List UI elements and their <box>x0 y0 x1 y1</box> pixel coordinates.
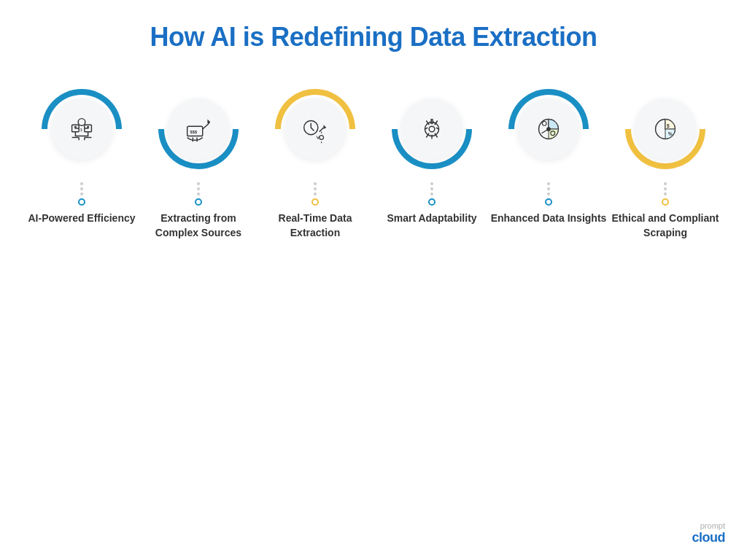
circle-ai-powered: $ <box>42 89 122 169</box>
smart-icon <box>415 112 449 146</box>
circle-extracting: $$$ <box>158 89 239 169</box>
svg-point-16 <box>320 136 324 140</box>
dot2 <box>314 187 317 190</box>
circle-ethical: $ % <box>625 89 705 169</box>
dot1 <box>197 182 200 185</box>
dot1 <box>80 182 83 185</box>
svg-text:$: $ <box>667 123 670 129</box>
dot3 <box>197 192 200 195</box>
circle-dot-smart <box>428 198 436 206</box>
dots-enhanced <box>547 182 550 195</box>
dots-realtime <box>314 182 317 195</box>
svg-point-2 <box>78 119 85 126</box>
dots-ethical <box>664 182 667 195</box>
icon-wrapper-smart <box>401 98 462 160</box>
logo: prompt cloud <box>692 521 726 545</box>
dot2 <box>80 187 83 190</box>
connector-ethical <box>662 182 669 206</box>
svg-point-24 <box>546 127 551 131</box>
dot2 <box>430 187 433 190</box>
connector-enhanced <box>545 182 552 206</box>
circle-dot-ai-powered <box>78 198 85 206</box>
dots-extracting <box>197 182 200 195</box>
circle-dot-ethical <box>662 198 669 206</box>
svg-text:%: % <box>668 131 673 136</box>
dot1 <box>547 182 550 185</box>
circle-dot-extracting <box>195 198 202 206</box>
label-extracting: Extracting from Complex Sources <box>140 211 257 240</box>
dot2 <box>197 187 200 190</box>
icon-wrapper-ethical: $ % <box>635 98 696 160</box>
item-enhanced: Enhanced Data Insights <box>490 89 607 226</box>
infographic-container: $ AI-Powered Efficiency <box>15 89 732 240</box>
connector-ai-powered <box>78 182 85 206</box>
item-ethical: $ % Ethical and Compliant Scraping <box>607 89 724 240</box>
extracting-icon: $$$ <box>182 112 215 146</box>
dot1 <box>430 182 433 185</box>
ai-efficiency-icon: $ <box>65 112 98 146</box>
circle-realtime <box>275 89 355 169</box>
ethical-icon: $ % <box>649 112 682 146</box>
dot3 <box>664 192 667 195</box>
svg-point-25 <box>542 121 546 125</box>
label-realtime: Real-Time Data Extraction <box>257 211 374 240</box>
dot1 <box>314 182 317 185</box>
icon-wrapper-ai-powered: $ <box>51 98 112 160</box>
dot1 <box>664 182 667 185</box>
connector-realtime <box>311 182 319 206</box>
dot3 <box>547 192 550 195</box>
circle-enhanced <box>508 89 589 169</box>
item-ai-powered: $ AI-Powered Efficiency <box>23 89 140 226</box>
item-smart: Smart Adaptability <box>374 89 490 226</box>
dots-smart <box>430 182 433 195</box>
svg-point-20 <box>429 126 435 132</box>
svg-point-7 <box>74 126 77 128</box>
svg-point-19 <box>425 122 438 136</box>
logo-line2: cloud <box>692 530 726 545</box>
label-enhanced: Enhanced Data Insights <box>491 211 607 226</box>
realtime-icon <box>298 112 332 146</box>
item-realtime: Real-Time Data Extraction <box>257 89 374 240</box>
icon-wrapper-extracting: $$$ <box>168 98 229 160</box>
svg-text:$: $ <box>80 128 82 132</box>
logo-line1: prompt <box>692 521 726 530</box>
connector-extracting <box>195 182 202 206</box>
dot3 <box>314 192 317 195</box>
circle-dot-enhanced <box>545 198 552 206</box>
svg-text:$$$: $$$ <box>190 130 198 134</box>
circle-smart <box>392 89 472 169</box>
connector-smart <box>428 182 436 206</box>
page-title: How AI is Redefining Data Extraction <box>150 22 597 52</box>
infographic-row: $ AI-Powered Efficiency <box>15 89 732 240</box>
dot3 <box>430 192 433 195</box>
label-smart: Smart Adaptability <box>387 211 476 226</box>
svg-marker-15 <box>324 125 327 129</box>
label-ethical: Ethical and Compliant Scraping <box>607 211 724 240</box>
icon-wrapper-enhanced <box>518 98 579 160</box>
item-extracting: $$$ Extracting from Complex <box>140 89 257 240</box>
icon-wrapper-realtime <box>285 98 346 160</box>
dots-ai-powered <box>80 182 83 195</box>
svg-point-8 <box>87 126 89 128</box>
enhanced-icon <box>532 112 565 146</box>
dot3 <box>80 192 83 195</box>
circle-dot-realtime <box>311 198 319 206</box>
dot2 <box>547 187 550 190</box>
dot2 <box>664 187 667 190</box>
label-ai-powered: AI-Powered Efficiency <box>28 211 135 226</box>
